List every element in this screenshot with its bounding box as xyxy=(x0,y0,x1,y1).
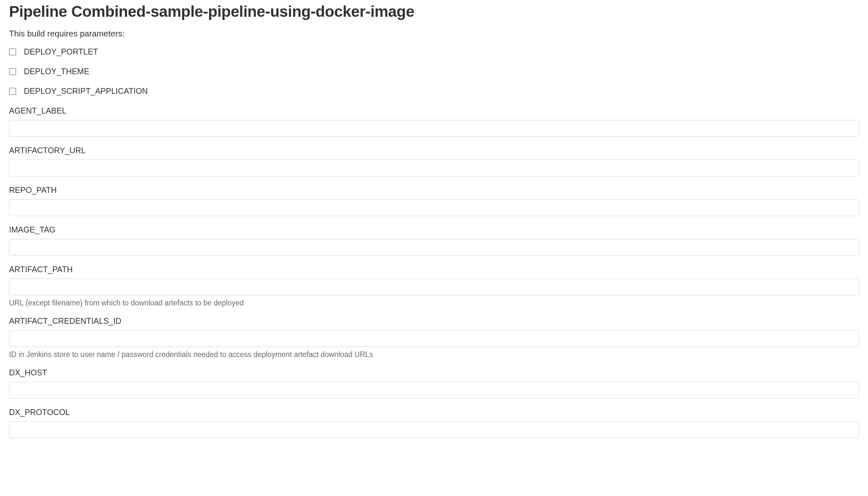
parameters-subtitle: This build requires parameters: xyxy=(9,29,859,39)
artifact-path-input[interactable] xyxy=(9,279,859,295)
image-tag-label: IMAGE_TAG xyxy=(9,225,859,234)
deploy-script-application-label: DEPLOY_SCRIPT_APPLICATION xyxy=(24,87,148,96)
agent-label-input[interactable] xyxy=(9,120,859,137)
artifactory-url-label: ARTIFACTORY_URL xyxy=(9,146,859,155)
artifact-path-help: URL (except filename) from which to down… xyxy=(9,299,859,307)
artifact-credentials-id-help: ID in Jenkins store to user name / passw… xyxy=(9,350,859,359)
dx-protocol-label: DX_PROTOCOL xyxy=(9,408,859,417)
deploy-portlet-label: DEPLOY_PORTLET xyxy=(24,47,98,57)
repo-path-input[interactable] xyxy=(9,199,859,216)
artifact-credentials-id-label: ARTIFACT_CREDENTIALS_ID xyxy=(9,316,859,326)
artifactory-url-input[interactable] xyxy=(9,160,859,176)
dx-host-label: DX_HOST xyxy=(9,368,859,377)
artifact-credentials-id-input[interactable] xyxy=(9,330,859,347)
deploy-theme-label: DEPLOY_THEME xyxy=(24,67,89,76)
page-title: Pipeline Combined-sample-pipeline-using-… xyxy=(9,3,859,20)
artifact-path-label: ARTIFACT_PATH xyxy=(9,265,859,274)
deploy-portlet-checkbox[interactable] xyxy=(9,48,16,56)
dx-protocol-input[interactable] xyxy=(9,421,859,438)
deploy-theme-checkbox[interactable] xyxy=(9,68,16,75)
deploy-script-application-checkbox[interactable] xyxy=(9,88,16,95)
repo-path-label: REPO_PATH xyxy=(9,185,859,195)
image-tag-input[interactable] xyxy=(9,239,859,256)
agent-label-label: AGENT_LABEL xyxy=(9,106,859,115)
dx-host-input[interactable] xyxy=(9,382,859,399)
